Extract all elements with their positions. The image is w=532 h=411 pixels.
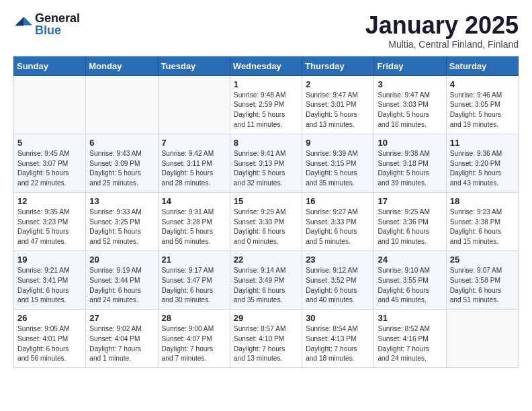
title-block: January 2025 Multia, Central Finland, Fi… [365, 12, 519, 50]
day-number: 27 [89, 313, 154, 323]
day-info: Sunrise: 9:48 AM Sunset: 2:59 PM Dayligh… [234, 91, 298, 130]
day-info: Sunrise: 9:19 AM Sunset: 3:44 PM Dayligh… [89, 266, 154, 306]
day-info: Sunrise: 9:12 AM Sunset: 3:52 PM Dayligh… [306, 266, 370, 306]
day-info: Sunrise: 9:23 AM Sunset: 3:38 PM Dayligh… [450, 208, 515, 247]
calendar-cell [86, 75, 158, 134]
weekday-monday: Monday [86, 56, 158, 75]
logo-text: General Blue [35, 12, 80, 36]
day-number: 2 [306, 79, 370, 89]
calendar-cell: 14Sunrise: 9:31 AM Sunset: 3:28 PM Dayli… [158, 192, 230, 250]
calendar-cell: 3Sunrise: 9:47 AM Sunset: 3:03 PM Daylig… [374, 75, 446, 134]
day-number: 30 [306, 313, 370, 323]
day-number: 25 [450, 255, 515, 265]
day-number: 14 [162, 196, 226, 206]
calendar-cell: 4Sunrise: 9:46 AM Sunset: 3:05 PM Daylig… [446, 75, 518, 134]
location: Multia, Central Finland, Finland [365, 39, 519, 50]
calendar-cell: 6Sunrise: 9:43 AM Sunset: 3:09 PM Daylig… [86, 134, 158, 192]
day-number: 6 [89, 138, 154, 148]
day-info: Sunrise: 9:36 AM Sunset: 3:20 PM Dayligh… [450, 149, 515, 189]
day-number: 26 [17, 313, 82, 323]
calendar-cell: 15Sunrise: 9:29 AM Sunset: 3:30 PM Dayli… [230, 192, 302, 250]
day-info: Sunrise: 9:47 AM Sunset: 3:01 PM Dayligh… [306, 91, 370, 130]
weekday-friday: Friday [374, 56, 446, 75]
calendar-cell: 25Sunrise: 9:07 AM Sunset: 3:58 PM Dayli… [446, 250, 518, 309]
day-info: Sunrise: 8:54 AM Sunset: 4:13 PM Dayligh… [306, 324, 370, 364]
logo-blue-text: Blue [35, 24, 80, 36]
day-info: Sunrise: 9:05 AM Sunset: 4:01 PM Dayligh… [17, 324, 82, 364]
calendar-cell: 17Sunrise: 9:25 AM Sunset: 3:36 PM Dayli… [374, 192, 446, 250]
day-info: Sunrise: 9:07 AM Sunset: 3:58 PM Dayligh… [450, 266, 515, 306]
day-number: 10 [378, 138, 442, 148]
calendar-cell: 30Sunrise: 8:54 AM Sunset: 4:13 PM Dayli… [302, 310, 374, 368]
calendar-cell: 29Sunrise: 8:57 AM Sunset: 4:10 PM Dayli… [230, 310, 302, 368]
calendar-cell: 2Sunrise: 9:47 AM Sunset: 3:01 PM Daylig… [302, 75, 374, 134]
week-row-4: 19Sunrise: 9:21 AM Sunset: 3:41 PM Dayli… [14, 250, 519, 309]
calendar-cell: 21Sunrise: 9:17 AM Sunset: 3:47 PM Dayli… [158, 250, 230, 309]
day-info: Sunrise: 9:17 AM Sunset: 3:47 PM Dayligh… [162, 266, 226, 306]
calendar: SundayMondayTuesdayWednesdayThursdayFrid… [13, 56, 519, 369]
calendar-cell: 22Sunrise: 9:14 AM Sunset: 3:49 PM Dayli… [230, 250, 302, 309]
day-number: 3 [378, 79, 442, 89]
calendar-cell: 19Sunrise: 9:21 AM Sunset: 3:41 PM Dayli… [14, 250, 86, 309]
day-number: 7 [162, 138, 226, 148]
day-number: 11 [450, 138, 515, 148]
day-info: Sunrise: 9:45 AM Sunset: 3:07 PM Dayligh… [17, 149, 82, 189]
calendar-cell: 7Sunrise: 9:42 AM Sunset: 3:11 PM Daylig… [158, 134, 230, 192]
day-info: Sunrise: 9:47 AM Sunset: 3:03 PM Dayligh… [378, 91, 442, 130]
day-number: 28 [162, 313, 226, 323]
day-number: 1 [234, 79, 298, 89]
calendar-header: SundayMondayTuesdayWednesdayThursdayFrid… [14, 56, 519, 75]
calendar-cell: 16Sunrise: 9:27 AM Sunset: 3:33 PM Dayli… [302, 192, 374, 250]
logo-icon [13, 15, 32, 34]
header: General Blue January 2025 Multia, Centra… [13, 12, 519, 50]
calendar-cell: 13Sunrise: 9:33 AM Sunset: 3:25 PM Dayli… [86, 192, 158, 250]
day-number: 20 [89, 255, 154, 265]
day-number: 12 [17, 196, 82, 206]
week-row-3: 12Sunrise: 9:35 AM Sunset: 3:23 PM Dayli… [14, 192, 519, 250]
day-info: Sunrise: 9:35 AM Sunset: 3:23 PM Dayligh… [17, 208, 82, 247]
calendar-cell: 11Sunrise: 9:36 AM Sunset: 3:20 PM Dayli… [446, 134, 518, 192]
day-number: 13 [89, 196, 154, 206]
weekday-wednesday: Wednesday [230, 56, 302, 75]
day-number: 19 [17, 255, 82, 265]
day-number: 16 [306, 196, 370, 206]
calendar-cell: 10Sunrise: 9:38 AM Sunset: 3:18 PM Dayli… [374, 134, 446, 192]
calendar-cell [14, 75, 86, 134]
calendar-cell: 26Sunrise: 9:05 AM Sunset: 4:01 PM Dayli… [14, 310, 86, 368]
calendar-cell: 20Sunrise: 9:19 AM Sunset: 3:44 PM Dayli… [86, 250, 158, 309]
day-number: 31 [378, 313, 442, 323]
day-info: Sunrise: 9:10 AM Sunset: 3:55 PM Dayligh… [378, 266, 442, 306]
day-info: Sunrise: 9:14 AM Sunset: 3:49 PM Dayligh… [234, 266, 298, 306]
calendar-cell: 8Sunrise: 9:41 AM Sunset: 3:13 PM Daylig… [230, 134, 302, 192]
day-info: Sunrise: 9:41 AM Sunset: 3:13 PM Dayligh… [234, 149, 298, 189]
calendar-cell: 5Sunrise: 9:45 AM Sunset: 3:07 PM Daylig… [14, 134, 86, 192]
day-info: Sunrise: 9:25 AM Sunset: 3:36 PM Dayligh… [378, 208, 442, 247]
weekday-row: SundayMondayTuesdayWednesdayThursdayFrid… [14, 56, 519, 75]
logo-general-text: General [35, 12, 80, 24]
day-number: 5 [17, 138, 82, 148]
day-number: 15 [234, 196, 298, 206]
day-info: Sunrise: 9:33 AM Sunset: 3:25 PM Dayligh… [89, 208, 154, 247]
calendar-cell: 12Sunrise: 9:35 AM Sunset: 3:23 PM Dayli… [14, 192, 86, 250]
svg-rect-2 [15, 26, 24, 27]
day-info: Sunrise: 9:21 AM Sunset: 3:41 PM Dayligh… [17, 266, 82, 306]
svg-marker-0 [24, 17, 32, 25]
day-number: 29 [234, 313, 298, 323]
day-info: Sunrise: 8:52 AM Sunset: 4:16 PM Dayligh… [378, 324, 442, 364]
day-number: 8 [234, 138, 298, 148]
day-info: Sunrise: 9:02 AM Sunset: 4:04 PM Dayligh… [89, 324, 154, 364]
day-info: Sunrise: 9:27 AM Sunset: 3:33 PM Dayligh… [306, 208, 370, 247]
calendar-cell: 9Sunrise: 9:39 AM Sunset: 3:15 PM Daylig… [302, 134, 374, 192]
day-number: 23 [306, 255, 370, 265]
page: General Blue January 2025 Multia, Centra… [0, 0, 532, 375]
day-info: Sunrise: 9:29 AM Sunset: 3:30 PM Dayligh… [234, 208, 298, 247]
day-number: 17 [378, 196, 442, 206]
day-info: Sunrise: 8:57 AM Sunset: 4:10 PM Dayligh… [234, 324, 298, 364]
calendar-cell: 18Sunrise: 9:23 AM Sunset: 3:38 PM Dayli… [446, 192, 518, 250]
day-number: 24 [378, 255, 442, 265]
calendar-body: 1Sunrise: 9:48 AM Sunset: 2:59 PM Daylig… [14, 75, 519, 368]
day-number: 4 [450, 79, 515, 89]
calendar-cell: 23Sunrise: 9:12 AM Sunset: 3:52 PM Dayli… [302, 250, 374, 309]
day-number: 9 [306, 138, 370, 148]
day-info: Sunrise: 9:43 AM Sunset: 3:09 PM Dayligh… [89, 149, 154, 189]
